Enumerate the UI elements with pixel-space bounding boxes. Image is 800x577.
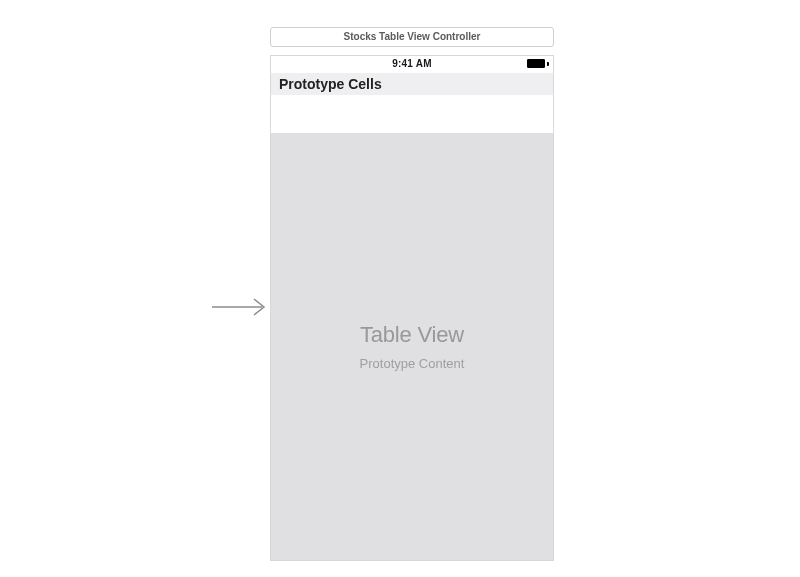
scene-canvas[interactable]: 9:41 AM Prototype Cells Table View Proto… [270, 55, 554, 561]
placeholder-title: Table View [360, 322, 464, 348]
view-controller-title[interactable]: Stocks Table View Controller [270, 27, 554, 47]
battery-icon [527, 59, 547, 69]
table-view-placeholder[interactable]: Table View Prototype Content [271, 133, 553, 560]
prototype-cell[interactable] [271, 95, 553, 133]
status-bar: 9:41 AM [271, 56, 553, 73]
status-bar-time: 9:41 AM [271, 58, 553, 69]
segue-arrow-icon [210, 294, 272, 320]
prototype-cells-header: Prototype Cells [271, 73, 553, 95]
placeholder-subtitle: Prototype Content [360, 356, 465, 371]
